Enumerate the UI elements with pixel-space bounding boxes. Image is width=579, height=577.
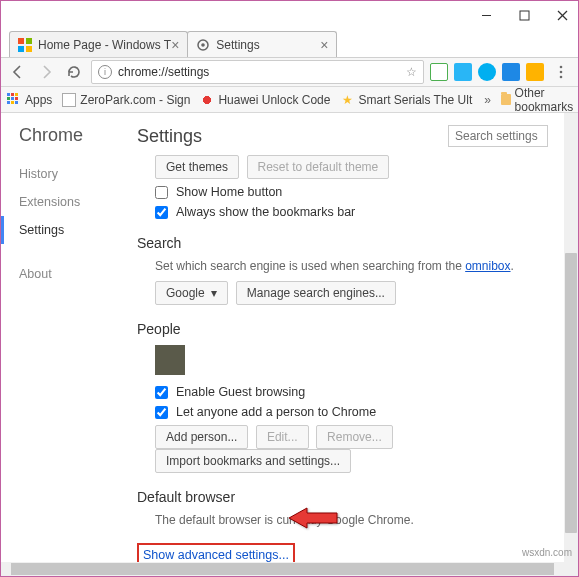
apps-icon — [7, 93, 21, 107]
svg-marker-13 — [289, 508, 337, 528]
profile-name — [193, 353, 293, 367]
section-people-heading: People — [137, 321, 548, 337]
page-title: Settings — [137, 126, 202, 147]
svg-point-11 — [560, 71, 563, 74]
sidebar-item-extensions[interactable]: Extensions — [19, 188, 121, 216]
guest-browsing-checkbox[interactable]: Enable Guest browsing — [155, 385, 548, 399]
scrollbar-thumb[interactable] — [11, 563, 554, 575]
svg-rect-7 — [26, 46, 32, 52]
vertical-scrollbar[interactable] — [564, 113, 578, 562]
bookmark-star-icon[interactable]: ☆ — [406, 65, 417, 79]
get-themes-button[interactable]: Get themes — [155, 155, 239, 179]
svg-rect-6 — [18, 46, 24, 52]
reset-theme-button: Reset to default theme — [247, 155, 390, 179]
browser-toolbar: i chrome://settings ☆ — [1, 57, 578, 87]
huawei-icon — [200, 93, 214, 107]
minimize-button[interactable] — [474, 3, 498, 27]
ext-icon-2[interactable] — [454, 63, 472, 81]
search-engine-select[interactable]: Google ▾ — [155, 281, 228, 305]
other-bookmarks[interactable]: Other bookmarks — [501, 87, 578, 113]
show-home-checkbox[interactable]: Show Home button — [155, 185, 548, 199]
folder-icon — [501, 94, 511, 105]
search-settings-input[interactable] — [448, 125, 548, 147]
show-advanced-link[interactable]: Show advanced settings... — [137, 543, 295, 562]
ext-icon-4[interactable] — [502, 63, 520, 81]
sidebar-item-about[interactable]: About — [19, 260, 121, 288]
sidebar-title: Chrome — [19, 125, 121, 146]
address-bar[interactable]: i chrome://settings ☆ — [91, 60, 424, 84]
tab-label: Home Page - Windows T — [38, 38, 171, 52]
watermark: wsxdn.com — [522, 547, 572, 558]
svg-point-12 — [560, 76, 563, 79]
apps-shortcut[interactable]: Apps — [7, 93, 52, 107]
section-default-browser-heading: Default browser — [137, 489, 548, 505]
star-icon: ★ — [340, 93, 354, 107]
sidebar-item-settings[interactable]: Settings — [1, 216, 121, 244]
sidebar-item-history[interactable]: History — [19, 160, 121, 188]
close-icon[interactable]: × — [320, 37, 328, 53]
remove-person-button: Remove... — [316, 425, 393, 449]
menu-button[interactable] — [550, 61, 572, 83]
tab-settings[interactable]: Settings × — [187, 31, 337, 57]
svg-point-9 — [202, 43, 206, 47]
close-icon[interactable]: × — [171, 37, 179, 53]
gear-icon — [196, 38, 210, 52]
forward-button[interactable] — [35, 61, 57, 83]
omnibox-link[interactable]: omnibox — [465, 259, 510, 273]
import-bookmarks-button[interactable]: Import bookmarks and settings... — [155, 449, 351, 473]
reload-button[interactable] — [63, 61, 85, 83]
chevron-right-icon[interactable]: » — [484, 93, 491, 107]
svg-rect-1 — [520, 11, 529, 20]
settings-main: Settings Get themes Reset to default the… — [121, 113, 564, 562]
scrollbar-thumb[interactable] — [565, 253, 577, 533]
callout-arrow — [289, 504, 339, 536]
page-icon — [62, 93, 76, 107]
ext-icon-1[interactable] — [430, 63, 448, 81]
horizontal-scrollbar[interactable] — [1, 562, 564, 576]
url-text: chrome://settings — [118, 65, 209, 79]
extension-icons — [430, 63, 544, 81]
default-browser-desc: The default browser is currently Google … — [137, 513, 548, 527]
section-search-heading: Search — [137, 235, 548, 251]
settings-sidebar: Chrome History Extensions Settings About — [1, 113, 121, 562]
tab-strip: Home Page - Windows T × Settings × — [1, 29, 578, 57]
back-button[interactable] — [7, 61, 29, 83]
svg-rect-4 — [18, 38, 24, 44]
bookmarks-bar: Apps ZeroPark.com - Sign Huawei Unlock C… — [1, 87, 578, 113]
skype-icon[interactable] — [478, 63, 496, 81]
windows-icon — [18, 38, 32, 52]
ext-icon-5[interactable] — [526, 63, 544, 81]
search-desc: Set which search engine is used when sea… — [155, 259, 548, 273]
close-button[interactable] — [550, 3, 574, 27]
profile-row[interactable] — [155, 345, 548, 375]
edit-person-button: Edit... — [256, 425, 309, 449]
tab-home[interactable]: Home Page - Windows T × — [9, 31, 188, 57]
avatar — [155, 345, 185, 375]
svg-point-10 — [560, 66, 563, 69]
anyone-add-checkbox[interactable]: Let anyone add a person to Chrome — [155, 405, 548, 419]
maximize-button[interactable] — [512, 3, 536, 27]
bookmark-item[interactable]: Huawei Unlock Code — [200, 93, 330, 107]
scrollbar-corner — [564, 562, 578, 576]
bookmark-item[interactable]: ZeroPark.com - Sign — [62, 93, 190, 107]
add-person-button[interactable]: Add person... — [155, 425, 248, 449]
tab-label: Settings — [216, 38, 259, 52]
show-bookmarks-checkbox[interactable]: Always show the bookmarks bar — [155, 205, 548, 219]
svg-rect-5 — [26, 38, 32, 44]
info-icon[interactable]: i — [98, 65, 112, 79]
bookmark-item[interactable]: ★Smart Serials The Ult — [340, 93, 472, 107]
manage-search-button[interactable]: Manage search engines... — [236, 281, 396, 305]
window-titlebar — [1, 1, 578, 29]
